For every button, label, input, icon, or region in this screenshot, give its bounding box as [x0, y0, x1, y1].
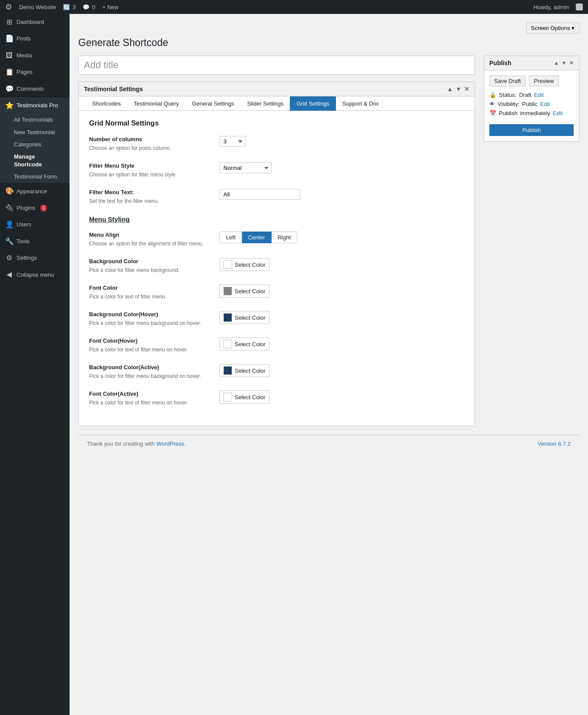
- bg-color-hover-label-col: Background Color(Hover) Pick a color for…: [89, 311, 211, 327]
- comments-count[interactable]: 💬 0: [83, 4, 95, 10]
- sidebar-item-media[interactable]: 🖼 Media: [0, 47, 70, 64]
- font-color-hover-control: Select Color: [219, 338, 269, 351]
- filter-menu-text-label-col: Filter Menu Text: Set the text for the f…: [89, 189, 211, 205]
- filter-menu-text-input[interactable]: [219, 189, 300, 200]
- bg-color-desc: Pick a color for filter menu background.: [89, 266, 211, 274]
- tab-shortcodes[interactable]: Shortcodes: [86, 96, 127, 111]
- publish-date-icon: 📅: [489, 110, 496, 116]
- sidebar-item-testimonials-pro[interactable]: ⭐ Testimonials Pro: [0, 97, 70, 114]
- align-left-btn[interactable]: Left: [219, 232, 242, 243]
- footer-version-link[interactable]: Version 6.7.2: [538, 440, 571, 447]
- sidebar-item-users[interactable]: 👤 Users: [0, 216, 70, 233]
- font-color-active-label-text: Select Color: [235, 394, 266, 401]
- publish-close-icon[interactable]: ✕: [569, 60, 574, 66]
- filter-menu-style-label-col: Filter Menu Style Choose an option for f…: [89, 162, 211, 179]
- bg-color-hover-label-text: Select Color: [235, 314, 266, 321]
- page-footer: Thank you for creating with WordPress. V…: [78, 435, 579, 452]
- num-columns-select[interactable]: 1 2 3 4 5 6: [219, 136, 246, 147]
- font-color-hover-swatch: [223, 340, 232, 348]
- font-color-btn[interactable]: Select Color: [219, 285, 269, 298]
- sidebar-item-label: Plugins: [17, 204, 35, 212]
- settings-close-icon[interactable]: ✕: [464, 86, 469, 93]
- tab-general-settings[interactable]: General Settings: [186, 96, 241, 111]
- settings-collapse-icon[interactable]: ▲: [447, 86, 453, 93]
- posts-icon: 📄: [5, 34, 13, 43]
- screen-options-button[interactable]: Screen Options ▾: [526, 23, 579, 33]
- tab-testimonial-query[interactable]: Testimonial Query: [127, 96, 186, 111]
- visibility-edit-link[interactable]: Edit: [540, 101, 550, 107]
- tab-grid-settings[interactable]: Grid Settings: [290, 96, 336, 111]
- new-content[interactable]: + New: [102, 4, 118, 10]
- sidebar-item-label: Media: [17, 52, 32, 60]
- menu-styling-link[interactable]: Menu Styling: [89, 215, 130, 223]
- bg-color-hover-btn[interactable]: Select Color: [219, 311, 269, 324]
- sidebar-item-posts[interactable]: 📄 Posts: [0, 30, 70, 47]
- media-icon: 🖼: [5, 51, 13, 60]
- num-columns-label-col: Number of columns Choose an option for p…: [89, 136, 211, 152]
- font-color-hover-row: Font Color(Hover) Pick a color for text …: [89, 338, 464, 354]
- updates-count[interactable]: 🔄 3: [63, 4, 76, 10]
- settings-expand-icon[interactable]: ▼: [455, 86, 462, 93]
- menu-align-control: Left Center Right: [219, 232, 297, 243]
- site-name[interactable]: Demo Website: [19, 4, 56, 10]
- num-columns-desc: Choose an option for posts column.: [89, 144, 211, 152]
- font-color-hover-label-text: Select Color: [235, 341, 266, 348]
- sidebar-item-label: Dashboard: [17, 18, 44, 26]
- font-color-hover-label: Font Color(Hover): [89, 338, 211, 344]
- bg-color-hover-swatch: [223, 313, 232, 322]
- bg-color-hover-row: Background Color(Hover) Pick a color for…: [89, 311, 464, 327]
- submenu-label: Categories: [14, 141, 41, 149]
- submenu-all-testimonials[interactable]: All Testimonials: [0, 114, 70, 126]
- settings-box: Testimonial Settings ▲ ▼ ✕ Shortcodes Te…: [78, 82, 475, 426]
- tab-slider-settings[interactable]: Slider Settings: [241, 96, 290, 111]
- wp-logo-icon[interactable]: ⚙: [5, 2, 12, 12]
- section-title: Grid Normal Settings: [89, 119, 464, 127]
- status-label: Status:: [499, 92, 516, 98]
- bg-color-active-btn[interactable]: Select Color: [219, 364, 269, 377]
- publish-collapse-up-icon[interactable]: ▲: [554, 60, 559, 66]
- submenu-label: All Testimonials: [14, 116, 53, 124]
- post-title-input[interactable]: [78, 56, 475, 75]
- status-value: Draft: [519, 92, 531, 98]
- align-right-btn[interactable]: Right: [272, 232, 297, 243]
- filter-menu-style-select[interactable]: Normal Flat Pill Round: [219, 162, 272, 173]
- font-color-active-control: Select Color: [219, 391, 269, 404]
- footer-wp-link[interactable]: WordPress.: [156, 440, 186, 447]
- submenu-testimonial-form[interactable]: Testimonial Form: [0, 171, 70, 183]
- publish-button[interactable]: Publish: [489, 124, 574, 136]
- filter-menu-text-label: Filter Menu Text:: [89, 189, 211, 195]
- sidebar-item-collapse[interactable]: ◀ Collapse menu: [0, 266, 70, 283]
- submenu-categories[interactable]: Categories: [0, 139, 70, 151]
- preview-button[interactable]: Preview: [529, 76, 558, 86]
- sidebar-item-label: Tools: [17, 238, 30, 245]
- tab-support-doc[interactable]: Support & Doc: [336, 96, 386, 111]
- bg-color-btn[interactable]: Select Color: [219, 258, 269, 271]
- sidebar-item-tools[interactable]: 🔧 Tools: [0, 233, 70, 250]
- admin-avatar: [576, 3, 583, 10]
- tools-icon: 🔧: [5, 237, 13, 246]
- pages-icon: 📋: [5, 67, 13, 77]
- publish-date-edit-link[interactable]: Edit: [553, 110, 562, 116]
- sidebar-item-appearance[interactable]: 🎨 Appearance: [0, 183, 70, 199]
- bg-color-label-col: Background Color Pick a color for filter…: [89, 258, 211, 274]
- save-draft-button[interactable]: Save Draft: [489, 76, 525, 86]
- status-edit-link[interactable]: Edit: [534, 92, 544, 98]
- sidebar-item-comments[interactable]: 💬 Comments: [0, 81, 70, 97]
- font-color-hover-btn[interactable]: Select Color: [219, 338, 269, 351]
- main-content: Screen Options ▾ Generate Shortcode Test…: [70, 14, 588, 715]
- num-columns-control: 1 2 3 4 5 6: [219, 136, 246, 147]
- sidebar-item-plugins[interactable]: 🔌 Plugins 1: [0, 200, 70, 216]
- publish-date-value: immediately: [520, 110, 550, 116]
- font-color-hover-desc: Pick a color for text of filter menu on …: [89, 346, 211, 354]
- submenu-manage-shortcode[interactable]: Manage Shortcode: [0, 151, 70, 171]
- num-columns-label: Number of columns: [89, 136, 211, 142]
- sidebar-item-dashboard[interactable]: ⊞ Dashboard: [0, 14, 70, 30]
- submenu-new-testimonial[interactable]: New Testimonial: [0, 126, 70, 139]
- publish-header-title: Publish: [489, 60, 512, 66]
- users-icon: 👤: [5, 220, 13, 229]
- sidebar-item-settings[interactable]: ⚙ Settings: [0, 250, 70, 266]
- align-center-btn[interactable]: Center: [242, 232, 272, 243]
- sidebar-item-pages[interactable]: 📋 Pages: [0, 64, 70, 80]
- publish-collapse-down-icon[interactable]: ▼: [561, 60, 567, 66]
- font-color-active-btn[interactable]: Select Color: [219, 391, 269, 404]
